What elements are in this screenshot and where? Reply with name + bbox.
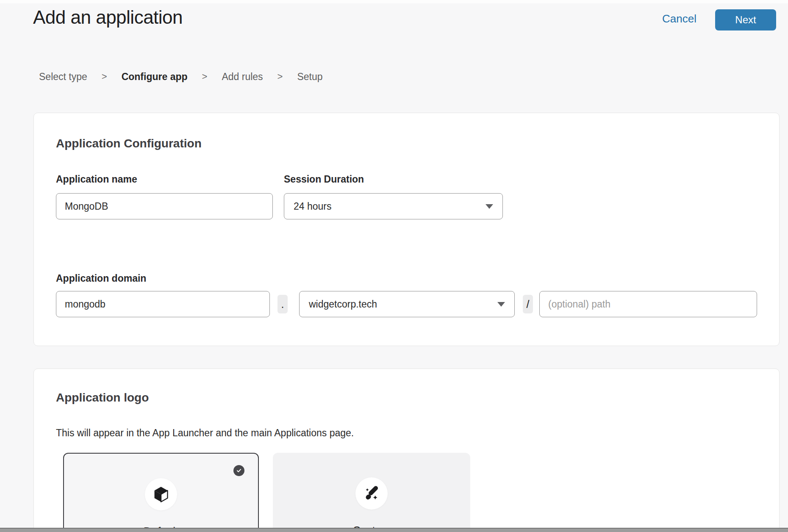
path-input[interactable]: [539, 291, 757, 317]
slash-separator: /: [523, 295, 533, 313]
application-configuration-card: Application Configuration Application na…: [33, 113, 780, 346]
horizontal-scrollbar[interactable]: [0, 528, 788, 532]
breadcrumb: Select type > Configure app > Add rules …: [39, 70, 323, 83]
logo-heading: Application logo: [56, 391, 149, 405]
next-button[interactable]: Next: [715, 9, 776, 30]
step-setup[interactable]: Setup: [297, 70, 322, 83]
session-duration-label: Session Duration: [284, 173, 364, 186]
breadcrumb-separator: >: [277, 70, 283, 83]
application-logo-card: Application logo This will appear in the…: [33, 369, 780, 532]
application-domain-label: Application domain: [56, 272, 146, 285]
cancel-button[interactable]: Cancel: [662, 12, 696, 25]
step-select-type[interactable]: Select type: [39, 70, 87, 83]
cube-icon: [154, 486, 168, 502]
domain-select[interactable]: widgetcorp.tech: [299, 291, 515, 317]
breadcrumb-separator: >: [202, 70, 208, 83]
session-duration-select[interactable]: 24 hours: [284, 193, 503, 219]
configuration-heading: Application Configuration: [56, 137, 202, 150]
page-title: Add an application: [33, 7, 183, 28]
selected-check-badge: [233, 465, 244, 476]
application-name-label: Application name: [56, 173, 137, 186]
logo-description: This will appear in the App Launcher and…: [56, 427, 354, 439]
session-duration-value: 24 hours: [294, 201, 332, 212]
subdomain-input[interactable]: [56, 291, 270, 317]
default-logo-circle: [145, 478, 177, 510]
paintbrush-icon: [363, 485, 380, 502]
chevron-down-icon: [497, 302, 505, 307]
dot-separator: .: [277, 295, 288, 313]
breadcrumb-separator: >: [102, 70, 107, 83]
window-top-edge: [0, 0, 788, 3]
custom-logo-circle: [355, 477, 388, 510]
step-add-rules[interactable]: Add rules: [222, 70, 263, 83]
step-configure-app[interactable]: Configure app: [122, 70, 188, 83]
chevron-down-icon: [486, 204, 493, 209]
domain-value: widgetcorp.tech: [309, 299, 377, 310]
check-icon: [236, 467, 242, 474]
logo-option-default[interactable]: Default: [63, 453, 259, 532]
logo-option-custom[interactable]: Custom: [273, 453, 470, 532]
application-name-input[interactable]: [56, 193, 273, 219]
